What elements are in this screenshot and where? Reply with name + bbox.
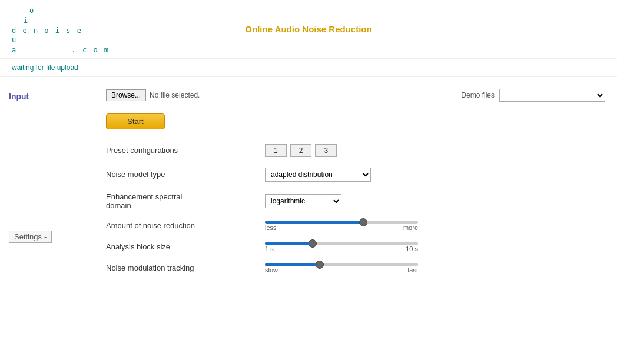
left-panel: Input Settings -: [0, 86, 94, 284]
header: o i d e n o i s e u a . c o m Online Aud…: [0, 0, 617, 59]
modulation-labels: slow fast: [265, 266, 418, 273]
main-content: Input Settings - Browse... No file selec…: [0, 77, 617, 293]
block-size-max: 10 s: [406, 245, 418, 252]
noise-reduction-slider-wrapper: less more: [265, 221, 418, 231]
preset-buttons: 1 2 3: [265, 144, 337, 157]
modulation-slider-wrapper: slow fast: [265, 263, 418, 273]
noise-model-label: Noise model type: [106, 170, 259, 179]
block-size-labels: 1 s 10 s: [265, 245, 418, 252]
logo: o i d e n o i s e u a . c o m: [12, 6, 110, 55]
no-file-text: No file selected.: [150, 91, 200, 99]
preset-button-1[interactable]: 1: [265, 144, 287, 157]
noise-reduction-labels: less more: [265, 224, 418, 231]
spectral-row: Enhancement spectraldomain logarithmic l…: [106, 192, 605, 210]
settings-collapse-icon: -: [44, 232, 47, 241]
right-panel: Browse... No file selected. Demo files D…: [94, 86, 617, 284]
preset-button-3[interactable]: 3: [315, 144, 337, 157]
noise-model-select[interactable]: adapted distribution option2: [265, 168, 371, 182]
input-label: Input: [9, 92, 88, 101]
modulation-row: Noise modulation tracking slow fast: [106, 263, 605, 273]
modulation-label: Noise modulation tracking: [106, 263, 259, 272]
preset-label: Preset configurations: [106, 146, 259, 155]
preset-row: Preset configurations 1 2 3: [106, 144, 605, 157]
page-title: Online Audio Noise Reduction: [245, 24, 371, 34]
block-size-slider-wrapper: 1 s 10 s: [265, 242, 418, 252]
status-message: waiting for file upload: [12, 64, 78, 72]
noise-reduction-min: less: [265, 224, 277, 231]
noise-reduction-row: Amount of noise reduction less more: [106, 221, 605, 231]
noise-reduction-max: more: [403, 224, 418, 231]
spectral-select[interactable]: logarithmic linear: [265, 194, 341, 208]
settings-label-text: Settings: [14, 232, 42, 241]
demo-select[interactable]: Demo 1 Demo 2 Demo 3: [499, 89, 605, 102]
start-button[interactable]: Start: [106, 113, 165, 129]
settings-section: Preset configurations 1 2 3 Noise model …: [106, 144, 605, 273]
block-size-min: 1 s: [265, 245, 274, 252]
settings-toggle[interactable]: Settings -: [9, 231, 52, 243]
noise-reduction-label: Amount of noise reduction: [106, 221, 259, 230]
block-size-label: Analysis block size: [106, 242, 259, 251]
preset-button-2[interactable]: 2: [290, 144, 312, 157]
spectral-control: logarithmic linear: [265, 194, 605, 208]
block-size-row: Analysis block size 1 s 10 s: [106, 242, 605, 252]
demo-label: Demo files: [461, 91, 495, 99]
spectral-label: Enhancement spectraldomain: [106, 192, 259, 210]
browse-button[interactable]: Browse...: [106, 89, 146, 101]
noise-model-control: adapted distribution option2: [265, 168, 605, 182]
status-bar: waiting for file upload: [0, 59, 617, 77]
modulation-min: slow: [265, 266, 278, 273]
noise-model-row: Noise model type adapted distribution op…: [106, 168, 605, 182]
modulation-max: fast: [407, 266, 418, 273]
